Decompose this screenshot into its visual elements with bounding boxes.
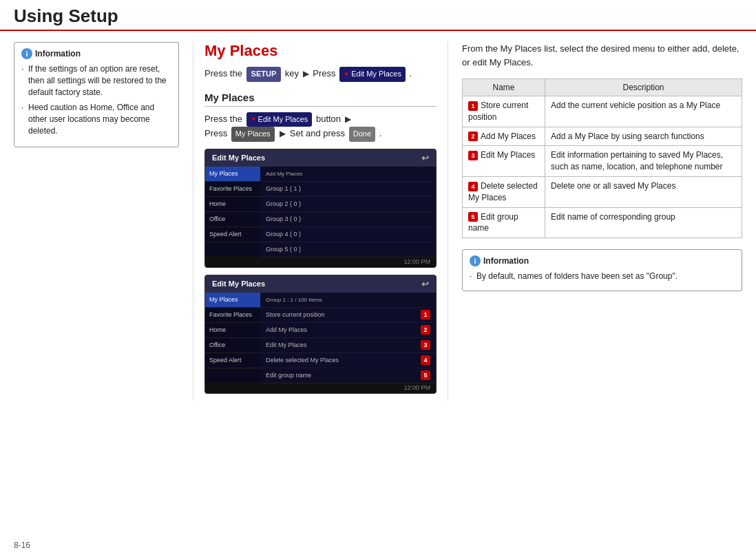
screen1-title: Edit My Places [212,154,265,162]
setup-button-label: SETUP [246,67,282,82]
info-item-2: Heed caution as Home, Office and other u… [21,102,171,136]
table-cell-desc: Add the current vehicle position as a My… [545,96,742,127]
screen2-item-1: Store current position 1 [260,308,436,323]
edit-myplaces-button-label: ✦ Edit My Places [339,67,406,82]
screen2-header: Edit My Places ↩ [205,275,436,293]
screen2-content: Group 1 : 1 / 100 Items Store current po… [260,293,436,382]
table-cell-name: 2Add My Places [463,127,545,146]
screen1-sidebar-item-2: Home [205,197,260,212]
screen2-sidebar-item-4: Speed Alert [205,353,260,368]
sub-section-title: My Places [204,92,437,107]
screen1-sidebar: My Places Favorite Places Home Office Sp… [205,167,260,256]
instr1-post: Press [313,68,335,78]
badge-3: 3 [421,340,430,350]
table-row: 3Edit My PlacesEdit information pertaini… [463,146,742,177]
info-title: i Information [21,48,171,59]
page-number: 8-16 [14,540,30,550]
screen2-footer: 12:00 PM [205,382,436,393]
right-column: From the My Places list, select the desi… [448,42,742,401]
screen2-item-4: Delete selected My Places 4 [260,353,436,368]
screen1-sidebar-item-1: Favorite Places [205,182,260,197]
screen-mockup-1: Edit My Places ↩ My Places Favorite Plac… [204,149,437,268]
right-intro: From the My Places list, select the desi… [462,42,742,69]
table-cell-name: 1Store current position [463,96,545,127]
middle-column: My Places Press the SETUP key ▶ Press ✦ … [193,42,448,401]
instr2-set: Set and press [290,128,345,138]
screen1-sidebar-item-0: My Places [205,167,260,182]
instr2-period: . [379,128,382,138]
screen2-sidebar: My Places Favorite Places Home Office Sp… [205,293,260,382]
info-title-text: Information [35,49,81,59]
edit-icon2: ✦ [251,114,256,125]
screen1-group5: Group 5 ( 0 ) [260,242,436,258]
screen1-group3: Group 3 ( 0 ) [260,212,436,227]
table-cell-desc: Edit information pertaining to saved My … [545,146,742,177]
screen1-footer: 12:00 PM [205,256,436,267]
done-button-label: Done [349,127,375,142]
left-column: i Information If the settings of an opti… [14,42,193,401]
instr1-mid: key [285,68,299,78]
col-name-header: Name [463,79,545,96]
arrow-1: ▶ [303,67,309,81]
screen1-content: Add My Places Group 1 ( 1 ) Group 2 ( 0 … [260,167,436,256]
arrow-3: ▶ [280,127,286,140]
right-info-item-1: By default, names of folders have been s… [470,271,735,282]
info-icon: i [21,48,32,59]
table-cell-name: 3Edit My Places [463,146,545,177]
table-cell-desc: Add a My Place by using search functions [545,127,742,146]
row-num-badge: 5 [468,212,478,222]
badge-1: 1 [421,310,430,319]
edit-myplaces-button2-label: ✦ Edit My Places [246,112,313,127]
screen2-sidebar-item-1: Favorite Places [205,308,260,323]
screen1-body: My Places Favorite Places Home Office Sp… [205,167,436,256]
right-info-title-text: Information [483,256,529,266]
badge-2: 2 [421,325,430,335]
left-info-box: i Information If the settings of an opti… [14,42,179,147]
screen2-sidebar-item-2: Home [205,323,260,338]
screen2-sidebar-item-0: My Places [205,293,260,308]
arrow-2: ▶ [345,113,351,126]
instr2-mid: button [316,114,341,124]
info-item-1: If the settings of an option are reset, … [21,63,171,98]
screen1-header: Edit My Places ↩ [205,149,436,167]
table-cell-name: 4Delete selected My Places [463,176,545,207]
screen2-item-3: Edit My Places 3 [260,338,436,353]
badge-5: 5 [421,370,430,380]
right-info-list: By default, names of folders have been s… [470,271,735,282]
row-num-badge: 3 [468,151,478,160]
screen1-add-label: Add My Places [260,167,436,182]
instr2-press: Press [204,128,227,138]
screen1-sidebar-item-3: Office [205,212,260,227]
screen2-sidebar-item-3: Office [205,338,260,353]
row-num-badge: 4 [468,182,478,191]
col-desc-header: Description [545,79,742,96]
screen2-item-5: Edit group name 5 [260,368,436,383]
badge-4: 4 [421,355,430,365]
table-row: 5Edit group nameEdit name of correspondi… [463,207,742,238]
screen1-group4: Group 4 ( 0 ) [260,227,436,242]
right-info-title: i Information [470,255,735,266]
instruction-1: Press the SETUP key ▶ Press ✦ Edit My Pl… [204,67,437,82]
right-info-box: i Information By default, names of folde… [462,249,742,291]
edit-icon: ✦ [344,69,349,80]
screen1-back-icon: ↩ [421,153,429,163]
info-list: If the settings of an option are reset, … [21,63,171,137]
instr2-pre: Press the [204,114,242,124]
page-title: Using Setup [14,6,742,27]
screen-mockup-2: Edit My Places ↩ My Places Favorite Plac… [204,275,437,394]
screen2-back-icon: ↩ [421,279,429,289]
screen2-title: Edit My Places [212,280,265,288]
page-header: Using Setup [0,0,756,31]
row-num-badge: 2 [468,132,478,141]
screen1-sidebar-item-4: Speed Alert [205,227,260,242]
table-row: 1Store current positionAdd the current v… [463,96,742,127]
screen1-group2: Group 2 ( 0 ) [260,197,436,212]
instr1-pre: Press the [204,68,242,78]
edit-myplaces-text: Edit My Places [351,68,401,81]
screen2-item-2: Add My Places 2 [260,323,436,338]
places-table: Name Description 1Store current position… [462,78,742,238]
table-cell-name: 5Edit group name [463,207,545,238]
section-title: My Places [204,42,437,60]
right-info-icon: i [470,255,481,266]
table-header-row: Name Description [463,79,742,96]
